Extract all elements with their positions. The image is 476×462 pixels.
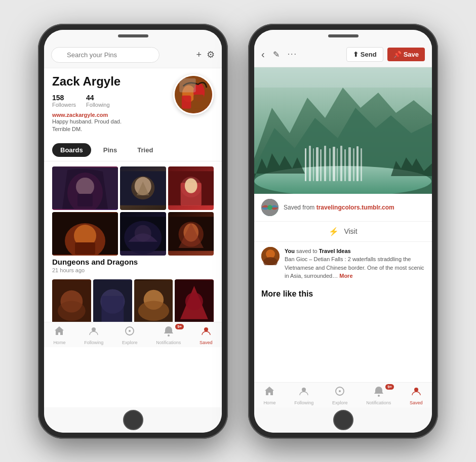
svg-rect-52 <box>324 146 326 181</box>
nav-following-label-1: Following <box>84 340 103 345</box>
second-boards-grid[interactable] <box>44 277 222 322</box>
grid-cell-1 <box>52 166 118 210</box>
svg-rect-6 <box>193 95 204 109</box>
notifications-icon-1 <box>163 325 174 339</box>
svg-rect-49 <box>313 148 314 181</box>
edit-icon[interactable]: ✎ <box>273 50 280 59</box>
tab-boards[interactable]: Boards <box>52 143 91 157</box>
save-label: Save <box>404 51 419 58</box>
source-row: Saved from travelingcolors.tumblr.com <box>254 194 432 222</box>
svg-point-43 <box>168 334 170 337</box>
more-link[interactable]: More <box>339 273 352 279</box>
board-title[interactable]: Dungeons and Dragons <box>44 256 222 267</box>
svg-rect-7 <box>179 78 195 92</box>
nav-explore-1[interactable]: Explore <box>122 325 138 345</box>
more-like-this-title: More like this <box>254 285 432 301</box>
pin-image <box>254 67 432 194</box>
nav-saved-2[interactable]: Saved <box>410 386 423 405</box>
source-text: Saved from travelingcolors.tumblr.com <box>284 204 394 211</box>
tab-pins[interactable]: Pins <box>95 143 125 157</box>
phone-2: ‹ ✎ ··· ⬆ Send 📌 Save <box>248 24 438 439</box>
second-grid-layout <box>52 279 214 320</box>
nav-saved-1[interactable]: Saved <box>200 325 213 345</box>
bottom-nav-1: Home Following <box>44 322 222 347</box>
send-icon: ⬆ <box>353 51 359 58</box>
send-button[interactable]: ⬆ Send <box>346 47 383 62</box>
search-input[interactable] <box>51 47 160 63</box>
phone-2-top-bar <box>254 30 432 42</box>
explore-icon-1 <box>124 325 135 339</box>
saved-avatar[interactable] <box>261 247 280 265</box>
nav-saved-label-1: Saved <box>200 340 213 345</box>
add-icon[interactable]: + <box>196 50 202 60</box>
speaker <box>118 34 148 37</box>
tab-tried[interactable]: Tried <box>129 143 161 157</box>
phone-1: 🔍 + ⚙ Zack Argyle 158 Followers <box>38 24 228 439</box>
settings-icon[interactable]: ⚙ <box>207 49 215 60</box>
nav-home-1[interactable]: Home <box>53 325 65 345</box>
svg-rect-55 <box>337 148 338 181</box>
svg-rect-61 <box>361 148 362 181</box>
back-button[interactable]: ‹ <box>261 49 265 60</box>
second-grid-cell-4 <box>175 279 214 326</box>
svg-rect-5 <box>182 95 191 108</box>
nav-explore-2[interactable]: Explore <box>332 386 348 405</box>
source-avatar <box>261 199 279 216</box>
grid-cell-5 <box>120 212 166 256</box>
svg-point-68 <box>302 388 306 392</box>
svg-point-37 <box>138 301 169 321</box>
nav-following-1[interactable]: Following <box>84 325 103 345</box>
more-options-icon[interactable]: ··· <box>288 50 297 59</box>
boards-grid[interactable] <box>44 161 222 256</box>
phone-1-screen: 🔍 + ⚙ Zack Argyle 158 Followers <box>44 30 222 433</box>
svg-rect-50 <box>316 147 319 181</box>
home-button-1[interactable] <box>123 410 143 430</box>
nav-home-2[interactable]: Home <box>263 386 275 405</box>
following-icon-1 <box>88 325 99 339</box>
svg-point-64 <box>267 205 272 210</box>
nav-following-2[interactable]: Following <box>294 386 313 405</box>
profile-left: Zack Argyle 158 Followers 44 Following w… <box>52 74 173 134</box>
save-button[interactable]: 📌 Save <box>387 48 425 61</box>
phone-2-bottom <box>254 407 432 433</box>
bio-line2: Terrible DM. <box>52 125 173 133</box>
visit-row[interactable]: ⚡ Visit <box>254 222 432 242</box>
svg-rect-59 <box>353 148 354 181</box>
grid-cell-4 <box>168 166 214 210</box>
phone-2-content: ‹ ✎ ··· ⬆ Send 📌 Save <box>254 42 432 407</box>
svg-point-70 <box>339 390 341 392</box>
phone-1-content: 🔍 + ⚙ Zack Argyle 158 Followers <box>44 42 222 407</box>
following-stat[interactable]: 44 Following <box>86 94 109 108</box>
svg-rect-51 <box>320 149 322 181</box>
svg-rect-57 <box>344 149 346 181</box>
svg-rect-60 <box>356 146 359 181</box>
following-icon-2 <box>298 386 309 399</box>
profile-section: Zack Argyle 158 Followers 44 Following w… <box>44 68 222 140</box>
svg-point-42 <box>129 330 131 332</box>
search-bar: 🔍 + ⚙ <box>44 42 222 68</box>
website-link[interactable]: www.zackargyle.com <box>52 112 173 118</box>
board-name[interactable]: Travel Ideas <box>319 248 351 254</box>
explore-icon-2 <box>334 386 345 399</box>
svg-rect-47 <box>305 148 306 181</box>
nav-following-label-2: Following <box>294 400 313 405</box>
svg-point-31 <box>58 301 86 321</box>
svg-point-39 <box>185 292 203 310</box>
svg-rect-62 <box>254 67 432 88</box>
bio-line1: Happy husband. Proud dad. <box>52 118 173 125</box>
followers-label: Followers <box>52 102 76 108</box>
home-button-2[interactable] <box>333 410 353 430</box>
followers-count: 158 <box>52 94 76 102</box>
nav-notifications-1[interactable]: 9+ Notifications <box>156 325 181 345</box>
second-grid-cell-3 <box>134 279 173 326</box>
avatar[interactable] <box>173 74 214 115</box>
svg-rect-56 <box>340 146 342 181</box>
notifications-badge-1: 9+ <box>175 324 184 329</box>
visit-link[interactable]: Visit <box>344 227 357 235</box>
grid-right <box>120 166 214 256</box>
svg-point-71 <box>378 395 380 397</box>
speaker-2 <box>328 34 359 37</box>
nav-notifications-2[interactable]: 9+ Notifications <box>366 386 391 405</box>
source-link[interactable]: travelingcolors.tumblr.com <box>316 204 394 211</box>
grid-cell-6 <box>168 212 214 256</box>
